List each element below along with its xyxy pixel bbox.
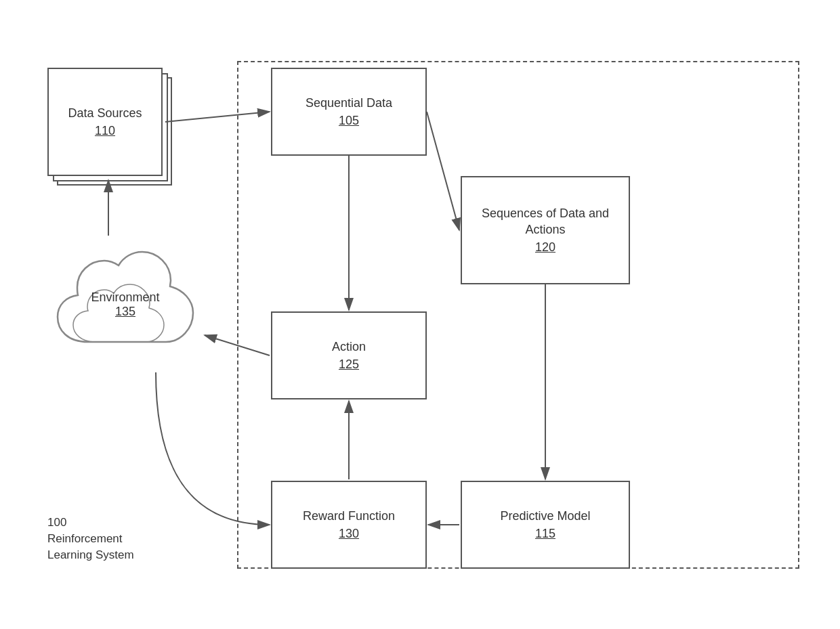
system-line1: Reinforcement (47, 532, 123, 545)
data-sources-box: Data Sources 110 (47, 68, 163, 176)
predictive-model-box: Predictive Model 115 (461, 481, 630, 569)
environment-title: Environment (91, 290, 159, 305)
sequences-box: Sequences of Data and Actions 120 (461, 176, 630, 284)
environment-number: 135 (91, 305, 159, 319)
system-line2: Learning System (47, 548, 134, 561)
data-sources-title: Data Sources (68, 106, 142, 121)
reward-number: 130 (339, 527, 359, 541)
sequences-title: Sequences of Data and Actions (467, 206, 623, 238)
environment-label: Environment 135 (91, 290, 159, 319)
data-sources-number: 110 (95, 124, 115, 138)
reward-function-box: Reward Function 130 (271, 481, 427, 569)
action-box: Action 125 (271, 311, 427, 399)
predictive-number: 115 (535, 527, 555, 541)
system-label: 100 Reinforcement Learning System (47, 515, 134, 563)
sequential-data-box: Sequential Data 105 (271, 68, 427, 156)
sequential-data-number: 105 (339, 114, 359, 128)
action-title: Action (332, 339, 366, 355)
environment-node: Environment 135 (47, 237, 203, 372)
sequential-data-title: Sequential Data (306, 95, 392, 111)
action-number: 125 (339, 357, 359, 372)
predictive-title: Predictive Model (500, 508, 590, 524)
reward-title: Reward Function (303, 508, 395, 524)
system-number: 100 (47, 516, 66, 529)
data-sources-node: Data Sources 110 (47, 68, 176, 203)
sequences-number: 120 (535, 240, 555, 255)
diagram-container: Data Sources 110 Sequential Data 105 Seq… (20, 27, 820, 603)
